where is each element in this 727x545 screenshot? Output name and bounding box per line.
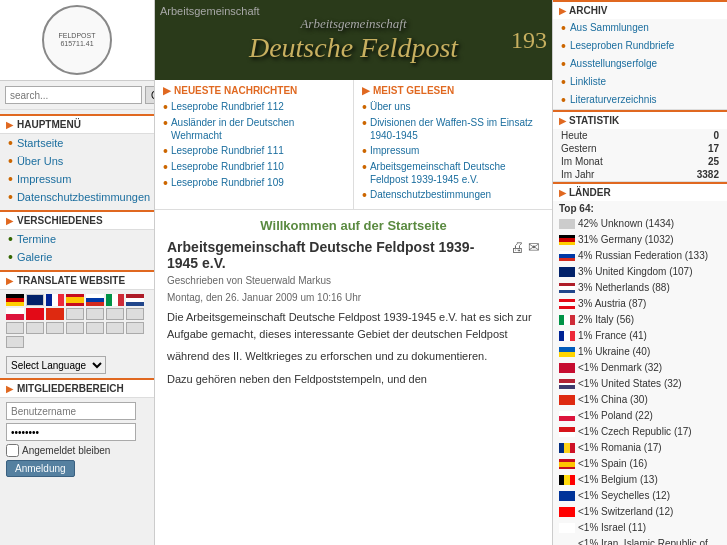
verschiedenes-header: ▶ VERSCHIEDENES — [0, 210, 154, 230]
body-paragraph-3: Dazu gehören neben den Feldpoststempeln,… — [167, 371, 540, 388]
flag-nl[interactable] — [126, 294, 144, 306]
username-input[interactable] — [6, 402, 136, 420]
country-list: 42% Unknown (1434)31% Germany (1032)4% R… — [553, 216, 727, 545]
bullet-icon: • — [8, 232, 13, 246]
mostread-item-3[interactable]: •Arbeitsgemeinschaft Deutsche Feldpost 1… — [362, 160, 544, 186]
country-row-12: <1% Poland (22) — [553, 408, 727, 424]
newest-header: ▶ NEUESTE NACHRICHTEN — [163, 85, 345, 96]
flag-es[interactable] — [66, 294, 84, 306]
search-input[interactable] — [5, 86, 142, 104]
news-item-3[interactable]: •Leseprobe Rundbrief 110 — [163, 160, 345, 174]
flag-fr[interactable] — [46, 294, 64, 306]
archiv-ausstellungen[interactable]: •Ausstellungserfolge — [553, 55, 727, 73]
country-flag — [559, 283, 575, 293]
translate-header: ▶ TRANSLATE WEBSITE — [0, 270, 154, 290]
article-title: Arbeitsgemeinschaft Deutsche Feldpost 19… — [167, 239, 502, 271]
main-article: Willkommen auf der Startseite Arbeitsgem… — [155, 210, 552, 545]
arrow-icon: ▶ — [559, 116, 566, 126]
country-flag — [559, 267, 575, 277]
flag-generic-1[interactable] — [66, 308, 84, 320]
archiv-rundbriefe[interactable]: •Leseproben Rundbriefe — [553, 37, 727, 55]
password-input[interactable] — [6, 423, 136, 441]
country-flag — [559, 507, 575, 517]
mostread-item-1[interactable]: •Divisionen der Waffen-SS im Einsatz 194… — [362, 116, 544, 142]
bullet-icon: • — [163, 144, 168, 158]
flag-generic-2[interactable] — [86, 308, 104, 320]
flag-generic-7[interactable] — [46, 322, 64, 334]
banner-small-text: Arbeitsgemeinschaft — [160, 5, 260, 17]
stat-heute: Heute 0 — [553, 129, 727, 142]
article-body: Die Arbeitsgemeinschaft Deutsche Feldpos… — [167, 309, 540, 387]
search-button[interactable]: OK — [145, 86, 155, 104]
bullet-icon: • — [8, 190, 13, 204]
flag-cn[interactable] — [46, 308, 64, 320]
print-icon[interactable]: 🖨 — [510, 239, 524, 255]
member-section: Angemeldet bleiben Anmeldung — [0, 398, 154, 481]
country-flag — [559, 235, 575, 245]
login-button[interactable]: Anmeldung — [6, 460, 75, 477]
bullet-icon: • — [163, 100, 168, 114]
flag-generic-6[interactable] — [26, 322, 44, 334]
language-select[interactable]: Select Language — [6, 356, 106, 374]
bullet-icon: • — [362, 160, 367, 174]
bullet-icon: • — [561, 21, 566, 35]
banner-main-text: Arbeitsgemeinschaft Deutsche Feldpost — [249, 16, 458, 64]
archiv-linkliste[interactable]: •Linkliste — [553, 73, 727, 91]
nav-datenschutz[interactable]: •Datenschutzbestimmungen — [0, 188, 154, 206]
archiv-literatur[interactable]: •Literaturverzeichnis — [553, 91, 727, 109]
bullet-icon: • — [8, 154, 13, 168]
flag-de[interactable] — [6, 294, 24, 306]
right-sidebar: ▶ ARCHIV •Aus Sammlungen •Leseproben Run… — [552, 0, 727, 545]
news-columns: ▶ NEUESTE NACHRICHTEN •Leseprobe Rundbri… — [155, 80, 552, 210]
flag-it[interactable] — [106, 294, 124, 306]
flag-generic-9[interactable] — [86, 322, 104, 334]
bullet-icon: • — [362, 144, 367, 158]
flag-generic-10[interactable] — [106, 322, 124, 334]
nav-impressum[interactable]: •Impressum — [0, 170, 154, 188]
nav-galerie[interactable]: •Galerie — [0, 248, 154, 266]
flag-generic-11[interactable] — [126, 322, 144, 334]
flag-gb[interactable] — [26, 294, 44, 306]
flag-generic-8[interactable] — [66, 322, 84, 334]
flag-pl[interactable] — [6, 308, 24, 320]
news-item-1[interactable]: •Ausländer in der Deutschen Wehrmacht — [163, 116, 345, 142]
mostread-item-2[interactable]: •Impressum — [362, 144, 544, 158]
statistik-section: ▶ STATISTIK Heute 0 Gestern 17 Im Monat … — [553, 110, 727, 182]
flag-ru[interactable] — [86, 294, 104, 306]
nav-termine[interactable]: •Termine — [0, 230, 154, 248]
feldpost-logo: FELDPOST615711.41 — [42, 5, 112, 75]
stat-jahr: Im Jahr 3382 — [553, 168, 727, 181]
body-paragraph-1: Die Arbeitsgemeinschaft Deutsche Feldpos… — [167, 309, 540, 342]
news-item-0[interactable]: •Leseprobe Rundbrief 112 — [163, 100, 345, 114]
search-area: OK — [0, 81, 154, 110]
archiv-sammlungen[interactable]: •Aus Sammlungen — [553, 19, 727, 37]
country-flag — [559, 363, 575, 373]
remember-line: Angemeldet bleiben — [6, 444, 148, 457]
nav-startseite[interactable]: •Startseite — [0, 134, 154, 152]
flag-generic-12[interactable] — [6, 336, 24, 348]
stat-gestern: Gestern 17 — [553, 142, 727, 155]
bullet-icon: • — [561, 75, 566, 89]
flag-generic-3[interactable] — [106, 308, 124, 320]
country-flag — [559, 331, 575, 341]
arrow-icon: ▶ — [6, 276, 13, 286]
news-item-4[interactable]: •Leseprobe Rundbrief 109 — [163, 176, 345, 190]
banner: Arbeitsgemeinschaft Arbeitsgemeinschaft … — [155, 0, 552, 80]
flag-tr[interactable] — [26, 308, 44, 320]
email-icon[interactable]: ✉ — [528, 239, 540, 255]
mostread-item-4[interactable]: •Datenschutzbestimmungen — [362, 188, 544, 202]
remember-checkbox[interactable] — [6, 444, 19, 457]
hauptmenu-header: ▶ HAUPTMENÜ — [0, 114, 154, 134]
banner-number: 193 — [511, 27, 547, 54]
arrow-icon: ▶ — [6, 120, 13, 130]
country-row-6: 2% Italy (56) — [553, 312, 727, 328]
news-item-2[interactable]: •Leseprobe Rundbrief 111 — [163, 144, 345, 158]
flag-generic-5[interactable] — [6, 322, 24, 334]
arrow-icon: ▶ — [559, 188, 566, 198]
country-flag — [559, 523, 575, 533]
mostread-item-0[interactable]: •Über uns — [362, 100, 544, 114]
nav-ueber-uns[interactable]: •Über Uns — [0, 152, 154, 170]
mostread-header: ▶ MEIST GELESEN — [362, 85, 544, 96]
body-paragraph-2: während des II. Weltkrieges zu erforsche… — [167, 348, 540, 365]
flag-generic-4[interactable] — [126, 308, 144, 320]
